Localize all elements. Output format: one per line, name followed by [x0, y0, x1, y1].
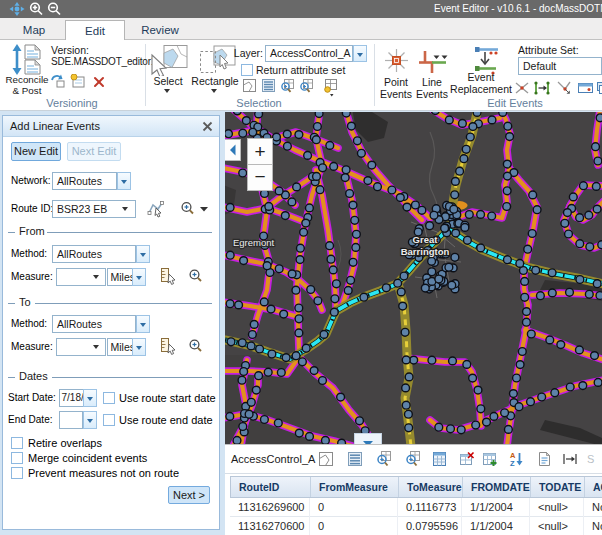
svg-text:Z: Z [510, 459, 515, 468]
svg-text:Egremont: Egremont [233, 237, 275, 248]
svg-text:Great: Great [413, 234, 439, 245]
svg-text:Barrington: Barrington [401, 246, 450, 257]
